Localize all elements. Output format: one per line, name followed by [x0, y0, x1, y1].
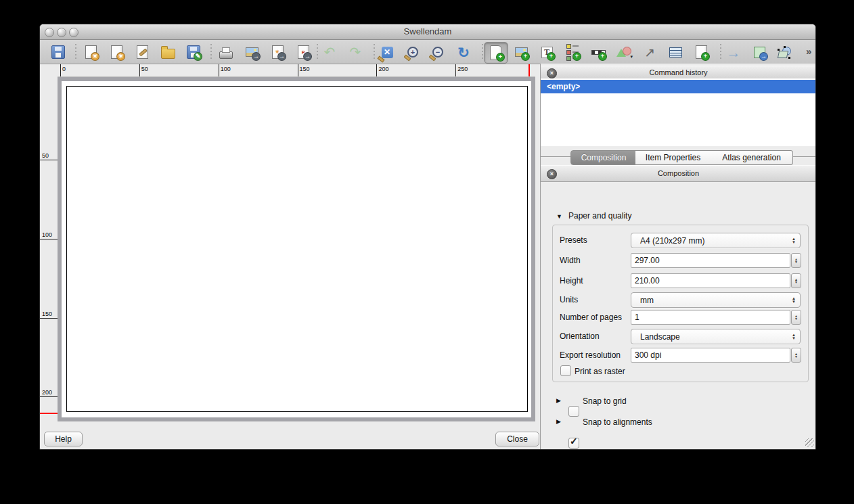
add-new-map-button[interactable]: + — [484, 42, 508, 64]
pages-value: 1 — [631, 313, 639, 322]
combo-down-icon: ▼ — [792, 337, 796, 340]
duplicate-composition-icon: ✳ — [108, 44, 125, 60]
composition-header: × Composition — [541, 165, 816, 182]
redo-icon: ↷ — [347, 44, 363, 60]
refresh-view-button[interactable]: ↻ — [452, 42, 475, 62]
hruler-tick — [298, 64, 298, 76]
export-as-svg-button[interactable]: ✳→ — [266, 42, 289, 62]
tabline-right — [792, 156, 816, 157]
zoom-in-icon: + — [405, 44, 421, 60]
zoom-full-extent-button[interactable]: ✕ — [376, 42, 399, 62]
command-history-header: × Command history — [541, 66, 816, 80]
height-input[interactable]: 210.00 — [631, 273, 790, 288]
help-button[interactable]: Help — [44, 432, 83, 446]
vruler-tick — [40, 396, 58, 397]
vruler-tick-label: 50 — [42, 152, 49, 159]
pages-stepper[interactable]: ▲▼ — [791, 310, 801, 325]
new-composition-button[interactable]: ✳ — [79, 42, 102, 62]
stepper-down-icon: ▼ — [794, 317, 798, 321]
snap-grid-checkbox[interactable] — [568, 406, 579, 417]
export-badge-icon: → — [252, 52, 261, 61]
composer-window: Swellendam » ✳✳✎→✳→P→↶↷✕+−↻++T+++▾↗+→→ 0… — [39, 24, 816, 450]
units-label: Units — [560, 295, 578, 304]
print-icon — [218, 44, 234, 60]
orientation-select[interactable]: Landscape ▲▼ — [631, 329, 801, 344]
toolbar-overflow-button[interactable]: » — [806, 45, 811, 57]
undo-button[interactable]: ↶ — [318, 42, 341, 62]
export-as-svg-icon: ✳→ — [269, 44, 286, 60]
close-window-button[interactable] — [45, 28, 54, 37]
vruler-cursor-marker — [40, 413, 58, 414]
snap-align-label: Snap to alignments — [583, 417, 652, 427]
add-badge-icon: + — [598, 52, 607, 61]
toolbar-separator — [75, 44, 76, 60]
snap-align-checkbox[interactable]: ✓ — [568, 438, 579, 449]
resize-grip[interactable] — [805, 438, 814, 447]
units-select[interactable]: mm ▲▼ — [631, 292, 801, 308]
resolution-label: Export resolution — [560, 350, 621, 360]
add-legend-button[interactable]: + — [561, 42, 584, 62]
load-from-template-icon — [160, 44, 176, 60]
add-badge-icon: + — [521, 52, 530, 61]
vruler-tick-label: 150 — [42, 311, 52, 317]
add-attribute-table-button[interactable] — [664, 42, 687, 62]
save-icon — [50, 44, 66, 60]
toolbar: » ✳✳✎→✳→P→↶↷✕+−↻++T+++▾↗+→→ — [40, 40, 815, 64]
export-as-pdf-button[interactable]: P→ — [292, 42, 315, 62]
resolution-value: 300 dpi — [631, 350, 661, 360]
width-label: Width — [560, 256, 581, 265]
presets-select[interactable]: A4 (210x297 mm) ▲▼ — [631, 233, 801, 248]
load-from-template-button[interactable] — [156, 42, 179, 62]
print-as-raster-checkbox[interactable] — [560, 365, 571, 376]
add-badge-icon: + — [547, 52, 556, 61]
width-stepper[interactable]: ▲▼ — [791, 253, 801, 268]
pages-input[interactable]: 1 — [631, 310, 790, 325]
resolution-stepper[interactable]: ▲▼ — [791, 348, 801, 363]
command-history-item[interactable]: <empty> — [541, 80, 816, 93]
save-button[interactable] — [47, 42, 70, 62]
pencil-badge-icon: ✎ — [194, 52, 202, 61]
title-bar[interactable]: Swellendam — [40, 24, 815, 40]
export-as-image-button[interactable]: → — [240, 42, 263, 62]
minimize-window-button[interactable] — [57, 28, 66, 37]
snap-align-disclosure-icon[interactable]: ▶ — [556, 418, 561, 425]
composition-canvas[interactable] — [58, 77, 535, 421]
toolbar-separator — [482, 44, 483, 60]
paper-page[interactable] — [66, 86, 528, 412]
hruler-tick-label: 50 — [141, 66, 148, 72]
zoom-in-button[interactable]: + — [401, 42, 424, 62]
tab-item-properties[interactable]: Item Properties — [635, 150, 711, 165]
print-button[interactable] — [215, 42, 238, 62]
height-stepper[interactable]: ▲▼ — [791, 273, 801, 288]
composition-manager-button[interactable] — [131, 42, 154, 62]
save-as-template-button[interactable]: ✎ — [182, 42, 205, 62]
add-arrow-button[interactable]: ↗ — [638, 42, 661, 62]
zoom-window-button[interactable] — [69, 28, 78, 37]
resolution-input[interactable]: 300 dpi — [631, 348, 790, 363]
add-label-button[interactable]: T+ — [535, 42, 558, 62]
undo-icon: ↶ — [321, 44, 338, 60]
duplicate-composition-button[interactable]: ✳ — [105, 42, 128, 62]
star-badge-icon: ✳ — [91, 52, 99, 61]
vruler-tick — [40, 318, 58, 319]
tab-atlas-generation[interactable]: Atlas generation — [711, 150, 793, 165]
add-basic-shape-button[interactable]: ▾ — [612, 42, 635, 62]
close-button[interactable]: Close — [495, 432, 539, 446]
paper-quality-disclosure-icon[interactable]: ▼ — [556, 213, 562, 220]
redo-button[interactable]: ↷ — [344, 42, 367, 62]
move-item-button[interactable]: → — [748, 42, 771, 62]
move-item-icon: → — [751, 44, 767, 60]
add-image-button[interactable]: + — [510, 42, 533, 62]
select-move-item-button[interactable] — [773, 42, 796, 62]
composition-manager-icon — [134, 44, 150, 60]
add-scalebar-button[interactable]: + — [587, 42, 610, 62]
snap-grid-disclosure-icon[interactable]: ▶ — [556, 397, 561, 404]
width-input[interactable]: 297.00 — [631, 253, 790, 268]
add-html-frame-button[interactable]: + — [690, 42, 713, 62]
tab-composition[interactable]: Composition — [570, 150, 637, 165]
move-item-content-button[interactable]: → — [722, 42, 745, 62]
composition-close-icon[interactable]: × — [547, 169, 557, 179]
zoom-out-button[interactable]: − — [426, 42, 449, 62]
command-history-list: <empty> — [541, 78, 816, 146]
command-history-close-icon[interactable]: × — [547, 68, 557, 78]
